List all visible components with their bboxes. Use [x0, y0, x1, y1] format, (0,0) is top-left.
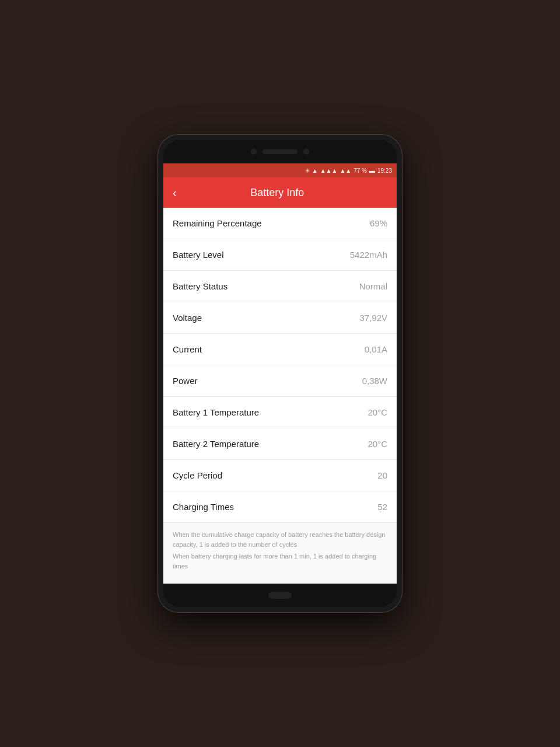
item-label-current: Current	[173, 344, 202, 354]
bottom-bezel	[163, 584, 397, 607]
item-value-battery-status: Normal	[359, 281, 387, 291]
list-item: Remaining Percentage 69%	[163, 208, 397, 239]
signal-icon: ▲▲▲	[320, 167, 338, 174]
list-item: Voltage 37,92V	[163, 302, 397, 334]
list-item: Battery Level 5422mAh	[163, 239, 397, 271]
top-bezel	[163, 140, 397, 163]
item-label-cycle-period: Cycle Period	[173, 470, 222, 480]
item-value-battery2-temp: 20°C	[368, 439, 387, 449]
bluetooth-icon: ✳	[305, 167, 310, 174]
item-value-remaining-percentage: 69%	[370, 218, 387, 228]
item-value-power: 0,38W	[362, 376, 387, 386]
signal2-icon: ▲▲	[340, 167, 351, 174]
list-item: Charging Times 52	[163, 491, 397, 523]
item-value-battery-level: 5422mAh	[350, 250, 387, 260]
item-label-charging-times: Charging Times	[173, 502, 234, 512]
list-item: Battery 2 Temperature 20°C	[163, 428, 397, 460]
app-bar: ‹ Battery Info	[163, 177, 397, 208]
wifi-icon: ▲	[312, 167, 318, 174]
front-camera	[251, 149, 257, 155]
item-value-current: 0,01A	[365, 344, 387, 354]
item-label-voltage: Voltage	[173, 313, 202, 323]
item-label-battery2-temp: Battery 2 Temperature	[173, 439, 259, 449]
back-button[interactable]: ‹	[173, 186, 177, 200]
item-value-battery1-temp: 20°C	[368, 407, 387, 417]
list-item: Power 0,38W	[163, 365, 397, 397]
item-label-battery1-temp: Battery 1 Temperature	[173, 407, 259, 417]
list-item: Battery 1 Temperature 20°C	[163, 397, 397, 428]
footer-notes: When the cumulative charge capacity of b…	[163, 523, 397, 582]
list-item: Cycle Period 20	[163, 460, 397, 491]
sensor	[303, 149, 309, 155]
item-label-remaining-percentage: Remaining Percentage	[173, 218, 262, 228]
item-value-cycle-period: 20	[377, 470, 387, 480]
phone-device: ✳ ▲ ▲▲▲ ▲▲ 77 % ▬ 19:23 ‹ Battery Info R…	[158, 134, 402, 613]
screen: ✳ ▲ ▲▲▲ ▲▲ 77 % ▬ 19:23 ‹ Battery Info R…	[163, 163, 397, 584]
item-label-power: Power	[173, 376, 198, 386]
home-button[interactable]	[268, 592, 292, 599]
footer-note-2: When battery charging lasts for more tha…	[173, 551, 387, 571]
footer-note-1: When the cumulative charge capacity of b…	[173, 530, 387, 549]
item-value-charging-times: 52	[377, 502, 387, 512]
item-value-voltage: 37,92V	[359, 313, 387, 323]
speaker	[262, 149, 298, 154]
list-item: Current 0,01A	[163, 334, 397, 365]
page-title: Battery Info	[188, 187, 366, 199]
item-label-battery-level: Battery Level	[173, 250, 224, 260]
list-item: Battery Status Normal	[163, 271, 397, 302]
battery-icon: ▬	[369, 167, 375, 174]
status-bar: ✳ ▲ ▲▲▲ ▲▲ 77 % ▬ 19:23	[163, 163, 397, 177]
content-list: Remaining Percentage 69% Battery Level 5…	[163, 208, 397, 584]
time-display: 19:23	[377, 167, 392, 174]
item-label-battery-status: Battery Status	[173, 281, 228, 291]
battery-percent: 77 %	[354, 167, 367, 174]
